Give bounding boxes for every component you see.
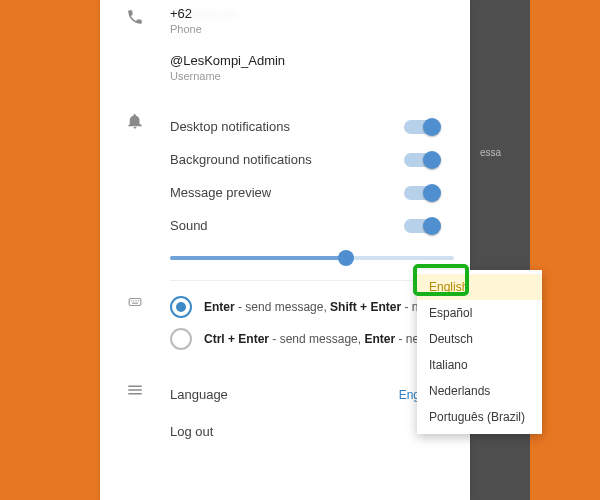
- lang-option-deutsch[interactable]: Deutsch: [417, 326, 542, 352]
- lang-option-nederlands[interactable]: Nederlands: [417, 378, 542, 404]
- svg-rect-0: [129, 299, 141, 306]
- volume-slider[interactable]: [170, 256, 454, 260]
- sound-toggle[interactable]: [404, 219, 438, 233]
- settings-panel: +62··· ··· ···· Phone @LesKompi_Admin Us…: [100, 0, 470, 500]
- svg-rect-7: [128, 389, 142, 391]
- lang-option-english[interactable]: English: [417, 274, 542, 300]
- desktop-notif-toggle[interactable]: [404, 120, 438, 134]
- message-preview-toggle[interactable]: [404, 186, 438, 200]
- phone-value: +62··· ··· ····: [170, 6, 454, 21]
- language-dropdown: English Español Deutsch Italiano Nederla…: [417, 270, 542, 434]
- bell-icon: [126, 112, 144, 130]
- send-mode-ctrl-enter[interactable]: Ctrl + Enter - send message, Enter - new: [170, 323, 454, 355]
- message-preview-label: Message preview: [170, 185, 271, 200]
- svg-rect-3: [136, 300, 137, 301]
- phone-icon: [126, 8, 144, 26]
- svg-rect-8: [128, 393, 142, 395]
- radio-selected-icon: [170, 296, 192, 318]
- lang-option-portugues[interactable]: Português (Brazil): [417, 404, 542, 430]
- send-mode-enter[interactable]: Enter - send message, Shift + Enter - ne: [170, 291, 454, 323]
- background-notif-toggle[interactable]: [404, 153, 438, 167]
- background-notif-label: Background notifications: [170, 152, 312, 167]
- menu-icon: [126, 381, 144, 399]
- username-value[interactable]: @LesKompi_Admin: [170, 53, 454, 68]
- bg-text: essa: [480, 147, 501, 158]
- logout-button[interactable]: Log out: [100, 410, 470, 451]
- svg-rect-1: [131, 300, 132, 301]
- radio-unselected-icon: [170, 328, 192, 350]
- svg-rect-4: [138, 300, 139, 301]
- language-label: Language: [170, 387, 228, 402]
- phone-label: Phone: [170, 23, 454, 35]
- desktop-notif-label: Desktop notifications: [170, 119, 290, 134]
- lang-option-italiano[interactable]: Italiano: [417, 352, 542, 378]
- svg-rect-5: [132, 303, 138, 304]
- lang-option-espanol[interactable]: Español: [417, 300, 542, 326]
- svg-rect-2: [133, 300, 134, 301]
- svg-rect-6: [128, 386, 142, 388]
- keyboard-icon: [128, 295, 142, 309]
- sound-label: Sound: [170, 218, 208, 233]
- username-label: Username: [170, 70, 454, 82]
